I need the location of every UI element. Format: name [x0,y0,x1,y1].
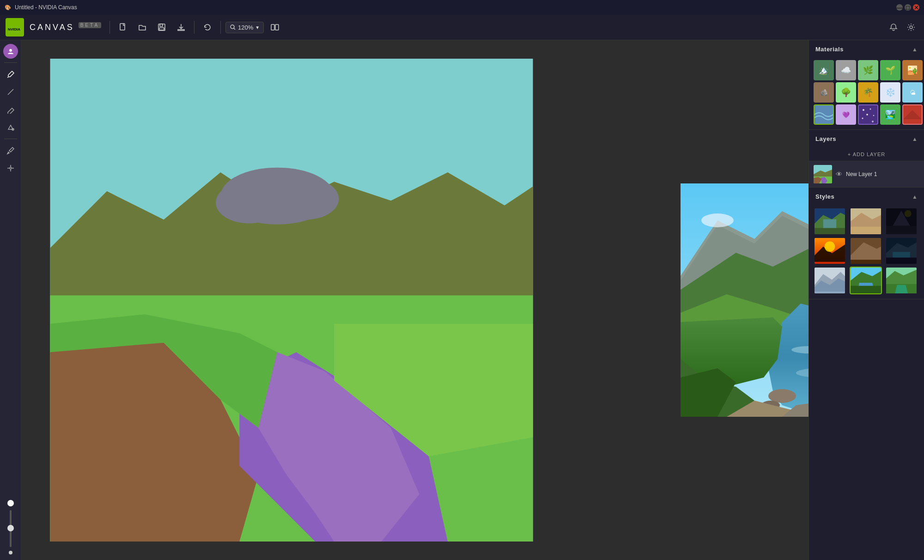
material-red-land[interactable] [902,104,923,125]
nvidia-logo: NVIDIA [6,18,24,37]
open-file-button[interactable] [134,19,151,36]
layers-header[interactable]: Layers ▲ [809,130,924,148]
brush-size-thumb [7,525,14,531]
toolbar-divider-3 [220,21,221,34]
close-button[interactable]: ✕ [913,4,919,11]
svg-rect-82 [893,252,910,258]
eyedropper-tool-button[interactable] [3,143,18,158]
svg-rect-79 [851,260,881,264]
fill-tool-button[interactable] [3,119,18,135]
ai-output-canvas[interactable] [681,183,809,417]
pan-tool-button[interactable] [3,160,18,176]
export-file-button[interactable] [173,19,189,36]
material-snow[interactable]: ❄️ [880,82,900,103]
brush-tool-button[interactable] [3,67,18,82]
style-item-6[interactable] [885,237,918,265]
svg-rect-72 [886,226,917,235]
eraser-tool-button[interactable] [3,102,18,117]
brush-size-large-indicator [7,500,14,506]
new-file-button[interactable] [115,19,131,36]
material-dark-grass[interactable]: 🌱 [880,60,900,80]
svg-point-8 [910,26,912,29]
undo-button[interactable] [199,19,216,36]
svg-point-42 [701,213,734,227]
materials-header[interactable]: Materials ▲ [809,40,924,58]
styles-header[interactable]: Styles ▲ [809,188,924,206]
material-bright-grass[interactable]: 🌿 [858,60,878,80]
style-item-4[interactable] [814,237,846,265]
styles-collapse-icon: ▲ [912,194,918,200]
material-purple-stars[interactable] [858,104,878,125]
material-purple-sky[interactable]: 💜 [836,104,856,125]
window-controls: — □ ✕ [896,4,919,11]
material-mountain-grass[interactable]: 🏔️ [814,60,834,80]
app-title: CANVAS BETA [30,23,101,32]
add-layer-button[interactable]: + ADD LAYER [809,148,924,161]
settings-button[interactable] [904,20,918,35]
svg-point-5 [231,25,234,29]
svg-rect-7 [275,24,279,30]
window-title: Untitled - NVIDIA Canvas [15,4,893,11]
svg-rect-4 [159,28,164,30]
material-cloud[interactable]: ☁️ [836,60,856,80]
svg-text:NVIDIA: NVIDIA [8,27,20,31]
layers-title: Layers [815,135,836,142]
style-item-1[interactable] [814,207,846,235]
zoom-control[interactable]: 120% ▼ [225,22,264,33]
svg-rect-65 [823,219,836,228]
svg-point-11 [10,167,12,169]
styles-section: Styles ▲ [809,188,924,299]
style-item-5[interactable] [850,237,882,265]
svg-point-51 [866,114,868,116]
zoom-dropdown-icon: ▼ [255,25,260,30]
notifications-button[interactable] [886,20,901,35]
sketch-canvas[interactable] [21,59,667,542]
layer-item[interactable]: 👁 New Layer 1 [809,161,924,187]
material-green-land[interactable]: 🏞️ [880,104,900,125]
svg-rect-6 [271,24,274,30]
top-toolbar: NVIDIA CANVAS BETA 120% ▼ [0,15,924,40]
zoom-level: 120% [238,24,253,31]
layer-thumbnail [814,165,832,183]
title-bar: 🎨 Untitled - NVIDIA Canvas — □ ✕ [0,0,924,15]
main-area: Materials ▲ 🏔️ ☁️ 🌿 🌱 🏜️ [0,40,924,560]
style-item-3[interactable] [885,207,918,235]
materials-title: Materials [815,46,844,53]
brush-size-small-indicator [9,551,12,554]
svg-point-15 [216,182,282,223]
line-tool-button[interactable] [3,84,18,100]
sidebar-separator-1 [4,62,17,63]
material-light-plant[interactable]: 🌳 [836,82,856,103]
svg-rect-90 [851,286,881,294]
view-split-button[interactable] [267,19,283,36]
svg-marker-94 [895,285,908,294]
svg-point-54 [872,121,874,122]
brush-size-slider[interactable] [10,510,12,547]
style-item-9[interactable] [885,267,918,294]
layer-visibility-icon[interactable]: 👁 [836,170,842,178]
svg-rect-1 [120,24,125,30]
toolbar-right-actions [886,20,918,35]
save-file-button[interactable] [153,19,170,36]
material-sky[interactable]: 🌤 [902,82,923,103]
user-avatar[interactable] [3,44,18,59]
svg-point-76 [825,242,835,252]
right-panel: Materials ▲ 🏔️ ☁️ 🌿 🌱 🏜️ [808,40,924,560]
style-item-2[interactable] [850,207,882,235]
style-item-7[interactable] [814,267,846,294]
style-item-8[interactable] [850,267,882,294]
maximize-button[interactable]: □ [905,4,911,11]
material-palm[interactable]: 🌴 [858,82,878,103]
svg-point-16 [273,178,339,219]
layers-section: Layers ▲ + ADD LAYER 👁 New Layer 1 [809,130,924,188]
svg-point-50 [870,109,871,110]
material-sandy[interactable]: 🏜️ [902,60,923,80]
minimize-button[interactable]: — [896,4,903,11]
styles-title: Styles [815,193,834,200]
toolbar-divider-2 [194,21,195,34]
svg-point-49 [863,109,864,111]
material-rock-brown[interactable]: 🪨 [814,82,834,103]
left-sidebar [0,40,21,560]
svg-point-53 [862,118,863,119]
material-water[interactable] [814,104,834,125]
